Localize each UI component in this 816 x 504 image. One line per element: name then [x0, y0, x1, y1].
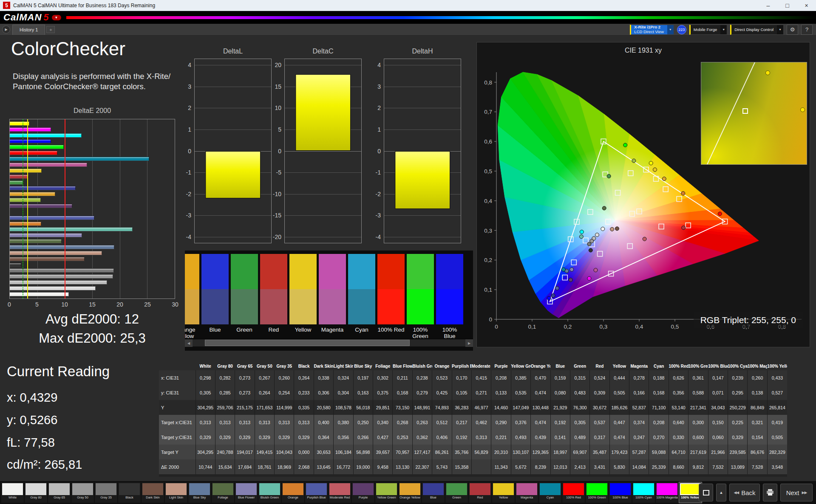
patch-button-label: Purple [352, 495, 374, 500]
table-cell: 86,849 [748, 400, 767, 415]
help-icon[interactable]: ? [801, 25, 813, 35]
patch-button[interactable]: Bluish Green [258, 482, 281, 503]
patch-button[interactable]: 100% Blue [609, 482, 632, 503]
strip-swatch[interactable]: Orange Yellow [185, 254, 199, 339]
tab-history-1[interactable]: History 1 [12, 25, 45, 35]
strip-swatch[interactable]: Yellow [289, 254, 317, 339]
patch-button[interactable]: Blue Sky [188, 482, 211, 503]
patch-button[interactable]: Moderate Red [329, 482, 351, 503]
strip-swatch[interactable]: Cyan [348, 254, 375, 339]
collapse-up-icon[interactable]: ▲ [716, 484, 726, 501]
gridline [384, 215, 461, 216]
patch-button[interactable]: Light Skin [165, 482, 187, 503]
cie-measured-marker [681, 191, 685, 195]
gridline [285, 194, 361, 194]
table-cell: 171,653 [255, 400, 274, 415]
swatch-label: Green [231, 327, 258, 333]
deltae-bar-row [10, 174, 175, 180]
patch-color-block [633, 483, 654, 495]
patch-button[interactable]: Purplish Blue [305, 482, 328, 503]
swatch-target-color [185, 254, 199, 289]
axis-tick-label: 5 [268, 126, 281, 133]
axis-tick-label: -15 [268, 212, 281, 219]
print-button[interactable] [763, 484, 777, 501]
table-cell: 0,329 [294, 430, 314, 445]
table-cell: 0,329 [235, 430, 255, 445]
patch-button[interactable]: Blue [422, 482, 445, 503]
patch-button[interactable]: Gray 80 [25, 482, 47, 503]
table-cell: 0,470 [531, 370, 550, 385]
strip-swatch[interactable]: Blue [201, 254, 229, 339]
patch-button[interactable]: Black [118, 482, 141, 503]
meter-dropdown[interactable]: X-Rite i1Pro 2 LCD Direct View ▼ [630, 25, 674, 35]
patch-button[interactable]: Gray 35 [95, 482, 117, 503]
cie-measured-marker [682, 226, 686, 230]
table-cell: 0,489 [570, 430, 589, 445]
patch-button[interactable]: 100% Magenta [656, 482, 678, 503]
back-button[interactable]: ◀◀Back [729, 484, 760, 501]
patch-button[interactable]: Dark Skin [142, 482, 164, 503]
patch-color-block [259, 483, 280, 495]
table-cell: 217,341 [688, 400, 708, 415]
patch-button[interactable]: White [1, 482, 24, 503]
add-tab-button[interactable]: + [46, 26, 55, 33]
patch-button[interactable]: Orange [282, 482, 304, 503]
patch-button[interactable]: Purple [352, 482, 374, 503]
table-col-header: Moderate Red [471, 361, 491, 370]
patch-button[interactable]: 100% Red [562, 482, 585, 503]
cie-measured-marker [579, 235, 583, 239]
layout-button[interactable] [699, 484, 713, 501]
scrollbar-thumb[interactable] [205, 340, 409, 346]
patch-button[interactable]: Yellow Green [375, 482, 398, 503]
history-nav-icon[interactable]: ▶ [2, 25, 10, 34]
scroll-right-icon[interactable]: ▶ [465, 339, 473, 347]
patch-button[interactable]: Green [445, 482, 468, 503]
strip-swatch[interactable]: 100% Green [407, 254, 434, 339]
display-control-dropdown[interactable]: Direct Display Control ▼ [730, 25, 784, 35]
logo-dropdown-icon[interactable]: ▼ [52, 15, 61, 20]
patch-button[interactable]: Gray 50 [71, 482, 94, 503]
patch-button[interactable]: Orange Yellow [399, 482, 421, 503]
patch-button[interactable]: Cyan [539, 482, 561, 503]
patch-button[interactable]: Blue Flower [235, 482, 258, 503]
strip-swatch[interactable]: Green [231, 254, 258, 339]
patch-button[interactable]: Magenta [516, 482, 538, 503]
table-cell: 0,535 [511, 385, 530, 400]
next-button[interactable]: Next▶▶ [780, 484, 813, 501]
scroll-left-icon[interactable]: ◀ [185, 339, 193, 347]
x-tick-label: 0 [495, 324, 498, 330]
table-cell: 0,141 [550, 430, 570, 445]
table-row-label: y: CIE31 [159, 385, 196, 400]
table-cell: 20,580 [314, 400, 333, 415]
patch-button-label: Yellow Green [375, 495, 398, 500]
source-dropdown[interactable]: Mobile Forge ▼ [689, 25, 727, 35]
patch-button[interactable]: Foliage [212, 482, 234, 503]
patch-color-block [563, 483, 584, 495]
table-cell: 0,208 [491, 370, 511, 385]
patch-button[interactable]: Gray 65 [48, 482, 71, 503]
strip-swatch[interactable]: 100% Blue [436, 254, 463, 339]
strip-swatch[interactable]: Red [260, 254, 287, 339]
strip-swatch[interactable]: 100% Red [377, 254, 405, 339]
table-cell: 0,600 [688, 430, 708, 445]
deltae-bar [10, 268, 114, 273]
strip-swatch[interactable]: Magenta [319, 254, 346, 339]
maximize-button[interactable]: □ [778, 0, 797, 11]
patch-button[interactable]: Yellow [492, 482, 515, 503]
table-cell: 5,672 [511, 459, 530, 474]
strip-scrollbar[interactable]: ◀ ▶ [185, 339, 473, 346]
minimize-button[interactable]: – [759, 0, 778, 11]
patch-button[interactable]: Red [469, 482, 491, 503]
close-button[interactable]: × [797, 0, 816, 11]
table-cell [471, 459, 491, 474]
table-header-row: WhiteGray 80Gray 65Gray 50Gray 35BlackDa… [159, 361, 787, 370]
window-title: CalMAN 5 CalMAN Ultimate for Business 18… [13, 3, 155, 8]
settings-gear-icon[interactable]: ⚙ [787, 25, 798, 35]
axis-tick-label: 0 [8, 301, 11, 308]
patch-button-label: Blue [422, 495, 445, 500]
deltae-bar-row [10, 180, 175, 186]
patch-button[interactable]: 100% Cyan [632, 482, 655, 503]
patch-button[interactable]: 100% Green [586, 482, 608, 503]
table-cell: 0,329 [196, 430, 215, 445]
swatch-label: Orange Yellow [185, 327, 199, 339]
